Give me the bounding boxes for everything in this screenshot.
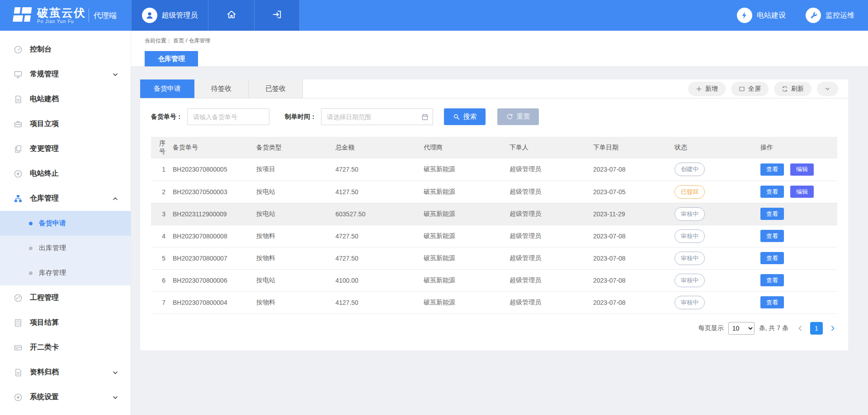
sidebar-item-console[interactable]: 控制台 (0, 37, 131, 62)
cell-type: 按电站 (254, 181, 333, 203)
sidebar-item-general-mgmt[interactable]: 常规管理 (0, 62, 131, 87)
sidebar-subitem-outbound-mgmt[interactable]: 出库管理 (0, 236, 131, 261)
order-date-label: 制单时间： (285, 113, 316, 121)
quick-link-monitor-ops[interactable]: 监控运维 (806, 8, 854, 23)
view-button[interactable]: 查看 (760, 186, 784, 198)
quick-link-label: 监控运维 (826, 11, 854, 20)
sidebar-subitem-inventory-mgmt[interactable]: 库存管理 (0, 261, 131, 285)
sidebar-subitem-label: 备货申请 (39, 219, 66, 228)
cell-orderer: 超级管理员 (507, 181, 590, 203)
monitor-icon (14, 70, 23, 79)
sidebar-item-label: 常规管理 (30, 70, 59, 79)
sidebar-item-label: 开二类卡 (30, 343, 59, 352)
sidebar-item-warehouse-mgmt[interactable]: 仓库管理 (0, 186, 131, 211)
home-icon (226, 9, 236, 21)
view-button[interactable]: 查看 (760, 252, 784, 264)
cell-order-no: BH2023070800005 (170, 159, 254, 181)
tab-pending-receipt[interactable]: 待签收 (194, 79, 249, 98)
warehouse-card: 备货申请 待签收 已签收 新增 全屏 (140, 79, 848, 350)
per-page-select[interactable]: 10 (728, 322, 755, 335)
sidebar-item-label: 项目立项 (30, 119, 59, 129)
reset-button-label: 重置 (517, 112, 530, 121)
header-spacer (300, 0, 737, 31)
col-header-no: 序号 (151, 137, 170, 159)
chevron-up-icon (112, 195, 119, 202)
view-button[interactable]: 查看 (760, 208, 784, 220)
bullet-dot-icon (29, 222, 33, 225)
chevron-down-icon (112, 369, 119, 376)
cell-order-no: BH2023070800007 (170, 247, 254, 269)
fullscreen-button-label: 全屏 (748, 85, 761, 93)
document-icon (14, 95, 23, 104)
cell-no: 1 (151, 159, 170, 181)
refresh-button[interactable]: 刷新 (774, 82, 811, 96)
sidebar-item-system-settings[interactable]: 系统设置 (0, 385, 131, 410)
sidebar-item-plant-filing[interactable]: 电站建档 (0, 87, 131, 112)
reset-button[interactable]: 重置 (497, 108, 539, 125)
current-user[interactable]: 超级管理员 (131, 0, 208, 31)
table-header-row: 序号 备货单号 备货类型 总金额 代理商 下单人 下单日期 状态 操作 (151, 137, 837, 159)
sidebar-item-archives[interactable]: 资料归档 (0, 360, 131, 385)
sidebar-item-project-initiation[interactable]: 项目立项 (0, 112, 131, 136)
cell-agent: 破茧新能源 (421, 225, 507, 247)
status-badge: 审核中 (675, 252, 705, 265)
edit-button[interactable]: 编辑 (790, 163, 814, 176)
cell-agent: 破茧新能源 (421, 181, 507, 203)
view-button[interactable]: 查看 (760, 163, 784, 176)
quick-link-plant-construction[interactable]: 电站建设 (737, 8, 786, 23)
status-badge: 创建中 (675, 163, 705, 176)
sidebar-item-project-settlement[interactable]: 项目结算 (0, 310, 131, 335)
search-button[interactable]: 搜索 (444, 108, 486, 125)
sidebar-item-class2-card[interactable]: 开二类卡 (0, 335, 131, 360)
cell-order-no: BH2023070800006 (170, 269, 254, 291)
main-area: 当前位置： 首页 / 仓库管理 仓库管理 备货申请 待签收 已签收 (131, 31, 868, 415)
warehouse-submenu: 备货申请 出库管理 库存管理 (0, 211, 131, 285)
col-header-order-no: 备货单号 (170, 137, 254, 159)
content-area: 备货申请 待签收 已签收 新增 全屏 (131, 67, 868, 415)
view-button[interactable]: 查看 (760, 274, 784, 286)
tab-stock-request[interactable]: 备货申请 (140, 79, 194, 98)
logo-section[interactable]: 破茧云伏 Po Jian Yun Fu 代理端 (0, 0, 131, 31)
sidebar-subitem-stock-request[interactable]: 备货申请 (0, 211, 131, 236)
sidebar-item-change-mgmt[interactable]: 变更管理 (0, 136, 131, 161)
cell-amount: 603527.50 (333, 203, 421, 225)
next-page-button[interactable] (829, 325, 836, 332)
app-window: 破茧云伏 Po Jian Yun Fu 代理端 超级管理员 (0, 0, 868, 415)
status-badge: 审核中 (675, 229, 705, 243)
page-number-button[interactable]: 1 (810, 322, 823, 335)
order-no-input[interactable] (187, 108, 269, 125)
collapse-toolbar-button[interactable] (817, 82, 838, 96)
sidebar-item-engineering-mgmt[interactable]: 工程管理 (0, 285, 131, 310)
reset-icon (506, 113, 513, 120)
view-button[interactable]: 查看 (760, 296, 784, 308)
col-header-amount: 总金额 (333, 137, 421, 159)
page-tab-warehouse[interactable]: 仓库管理 (145, 51, 198, 66)
fullscreen-button[interactable]: 全屏 (731, 82, 769, 96)
cell-amount: 4127.50 (333, 181, 421, 203)
breadcrumb-path[interactable]: 首页 / 仓库管理 (173, 37, 210, 44)
logo-subtitle: Po Jian Yun Fu (37, 19, 86, 24)
cell-date: 2023-07-05 (590, 181, 672, 203)
total-count-label: 条, 共 7 条 (759, 324, 788, 332)
cell-no: 4 (151, 225, 170, 247)
view-button[interactable]: 查看 (760, 230, 784, 242)
sidebar-item-plant-termination[interactable]: 电站终止 (0, 161, 131, 186)
wrench-icon (806, 8, 821, 23)
tab-received[interactable]: 已签收 (249, 79, 303, 98)
avatar (142, 8, 157, 23)
tabs-row: 备货申请 待签收 已签收 新增 全屏 (140, 79, 848, 98)
edit-button[interactable]: 编辑 (790, 186, 814, 198)
breadcrumb-prefix: 当前位置： (145, 37, 172, 44)
prev-page-button[interactable] (797, 325, 804, 332)
logo-title: 破茧云伏 (37, 7, 86, 19)
home-button[interactable] (208, 0, 254, 31)
sidebar-subitem-label: 出库管理 (39, 244, 66, 252)
calculator-icon (14, 318, 23, 327)
add-button[interactable]: 新增 (688, 82, 726, 96)
logout-button[interactable] (254, 0, 300, 31)
date-range-input[interactable] (321, 108, 433, 125)
sidebar-item-label: 电站建档 (30, 94, 59, 104)
briefcase-icon (14, 120, 23, 129)
cell-orderer: 超级管理员 (507, 269, 590, 291)
orders-table-wrap: 序号 备货单号 备货类型 总金额 代理商 下单人 下单日期 状态 操作 (140, 134, 848, 314)
